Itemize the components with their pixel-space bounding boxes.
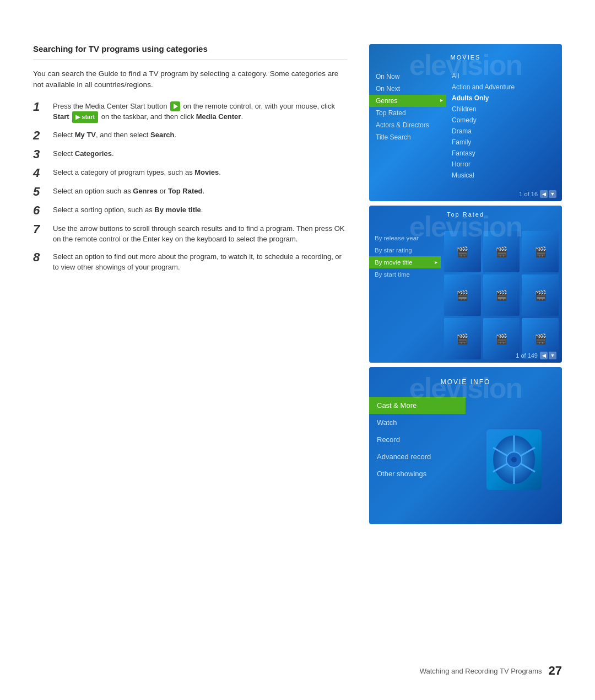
step-text-3: Select Categories. bbox=[53, 148, 114, 159]
panel2-next-arrow[interactable]: ▼ bbox=[549, 352, 556, 359]
panel2-content: By release year By star rating By movie … bbox=[369, 228, 562, 363]
nav-actors-directors[interactable]: Actors & Directors bbox=[369, 119, 446, 131]
step-text-6: Select a sorting option, such as By movi… bbox=[53, 204, 203, 216]
panel1-movies-label: MOVIES bbox=[451, 54, 481, 61]
panel2-top-label: Top Rated bbox=[447, 211, 484, 218]
panel1-pagination: 1 of 16 bbox=[519, 191, 538, 197]
step-num-6: 6 bbox=[33, 204, 48, 217]
panel1-footer: 1 of 16 ◀ ▼ bbox=[519, 190, 556, 198]
start-button-label: ▶ start bbox=[72, 111, 98, 123]
panel2-pagination: 1 of 149 bbox=[516, 352, 538, 359]
panel1-prev-arrow[interactable]: ◀ bbox=[540, 190, 548, 198]
genre-drama[interactable]: Drama bbox=[452, 126, 556, 137]
nav-title-search[interactable]: Title Search bbox=[369, 131, 446, 143]
movie-thumb-1[interactable] bbox=[444, 231, 481, 272]
sort-release-year[interactable]: By release year bbox=[369, 232, 441, 244]
movie-grid bbox=[441, 228, 562, 363]
reel-svg bbox=[489, 432, 539, 487]
movie-poster-area bbox=[466, 395, 562, 524]
start-icon bbox=[170, 101, 180, 111]
menu-other-showings[interactable]: Other showings bbox=[369, 465, 466, 482]
movie-reel-image bbox=[486, 429, 542, 490]
step-num-7: 7 bbox=[33, 223, 48, 235]
page-footer: Watching and Recording TV Programs 27 bbox=[420, 664, 562, 678]
content-area: Searching for TV programs using categori… bbox=[33, 44, 562, 524]
nav-top-rated[interactable]: Top Rated bbox=[369, 107, 446, 119]
step-num-2: 2 bbox=[33, 130, 48, 142]
panel2-footer: 1 of 149 ◀ ▼ bbox=[516, 352, 556, 359]
genre-family[interactable]: Family bbox=[452, 137, 556, 148]
divider bbox=[33, 59, 347, 60]
panel2-prev-arrow[interactable]: ◀ bbox=[540, 352, 548, 359]
step-num-3: 3 bbox=[33, 148, 48, 160]
menu-watch[interactable]: Watch bbox=[369, 414, 466, 431]
page-number: 27 bbox=[549, 664, 562, 678]
footer-text: Watching and Recording TV Programs bbox=[420, 667, 542, 675]
movie-thumb-3[interactable] bbox=[522, 231, 559, 272]
menu-advanced-record[interactable]: Advanced record bbox=[369, 448, 466, 465]
step-text-8: Select an option to find out more about … bbox=[53, 251, 347, 273]
steps-list: 1 Press the Media Center Start button on… bbox=[33, 101, 347, 273]
step-4: 4 Select a category of program types, su… bbox=[33, 167, 347, 179]
intro-text: You can search the Guide to find a TV pr… bbox=[33, 68, 347, 91]
section-title: Searching for TV programs using categori… bbox=[33, 44, 347, 53]
movie-thumb-6[interactable] bbox=[522, 274, 559, 316]
sort-movie-title[interactable]: By movie title bbox=[369, 256, 441, 268]
genre-children[interactable]: Children bbox=[452, 104, 556, 115]
movie-info-header: MOVIE INFO bbox=[369, 378, 562, 386]
genre-fantasy[interactable]: Fantasy bbox=[452, 148, 556, 159]
right-column: elevision MOVIES On Now On Next Genres T… bbox=[369, 44, 562, 524]
svg-point-4 bbox=[511, 457, 517, 462]
panel2-nav-arrows: ◀ ▼ bbox=[540, 352, 556, 359]
movie-thumb-8[interactable] bbox=[483, 318, 520, 359]
panel3-movie-info: elevision MOVIE INFO Cast & More Watch R… bbox=[369, 367, 562, 524]
sort-star-rating[interactable]: By star rating bbox=[369, 244, 441, 256]
step-7: 7 Use the arrow buttons to scroll throug… bbox=[33, 223, 347, 245]
step-text-5: Select an option such as Genres or Top R… bbox=[53, 186, 204, 197]
genre-all[interactable]: All bbox=[452, 71, 556, 82]
panel1-content: On Now On Next Genres Top Rated Actors &… bbox=[369, 66, 562, 201]
genre-musical[interactable]: Musical bbox=[452, 170, 556, 181]
nav-on-now[interactable]: On Now bbox=[369, 71, 446, 83]
genre-adults[interactable]: Adults Only bbox=[452, 93, 556, 104]
panel1-nav-arrows: ◀ ▼ bbox=[540, 190, 556, 198]
step-1: 1 Press the Media Center Start button on… bbox=[33, 101, 347, 123]
genre-comedy[interactable]: Comedy bbox=[452, 115, 556, 126]
step-text-1: Press the Media Center Start button on t… bbox=[53, 101, 347, 123]
panel1-left-nav: On Now On Next Genres Top Rated Actors &… bbox=[369, 66, 446, 201]
page: Searching for TV programs using categori… bbox=[0, 0, 595, 700]
step-text-2: Select My TV, and then select Search. bbox=[53, 130, 176, 141]
panel2-sort-nav: By release year By star rating By movie … bbox=[369, 228, 441, 363]
genre-action[interactable]: Action and Adventure bbox=[452, 82, 556, 93]
panel3-content: Cast & More Watch Record Advanced record… bbox=[369, 395, 562, 524]
step-num-5: 5 bbox=[33, 186, 48, 198]
panel1-right-list: All Action and Adventure Adults Only Chi… bbox=[446, 66, 562, 201]
step-num-8: 8 bbox=[33, 251, 48, 263]
step-8: 8 Select an option to find out more abou… bbox=[33, 251, 347, 273]
step-3: 3 Select Categories. bbox=[33, 148, 347, 160]
menu-cast-more[interactable]: Cast & More bbox=[369, 397, 466, 414]
movie-thumb-4[interactable] bbox=[444, 274, 481, 316]
movie-thumb-5[interactable] bbox=[483, 274, 520, 316]
step-num-1: 1 bbox=[33, 101, 48, 113]
panel2-top-rated: elevision Top Rated By release year By s… bbox=[369, 206, 562, 363]
sort-start-time[interactable]: By start time bbox=[369, 268, 441, 281]
step-6: 6 Select a sorting option, such as By mo… bbox=[33, 204, 347, 217]
panel1-genres: elevision MOVIES On Now On Next Genres T… bbox=[369, 44, 562, 201]
genre-horror[interactable]: Horror bbox=[452, 159, 556, 170]
step-num-4: 4 bbox=[33, 167, 48, 179]
step-text-7: Use the arrow buttons to scroll through … bbox=[53, 223, 347, 245]
panel1-next-arrow[interactable]: ▼ bbox=[549, 190, 556, 198]
nav-on-next[interactable]: On Next bbox=[369, 83, 446, 95]
step-text-4: Select a category of program types, such… bbox=[53, 167, 221, 178]
step-2: 2 Select My TV, and then select Search. bbox=[33, 130, 347, 142]
movie-thumb-7[interactable] bbox=[444, 318, 481, 359]
movie-info-menu: Cast & More Watch Record Advanced record… bbox=[369, 395, 466, 524]
menu-record[interactable]: Record bbox=[369, 431, 466, 448]
nav-genres[interactable]: Genres bbox=[369, 95, 446, 107]
step-5: 5 Select an option such as Genres or Top… bbox=[33, 186, 347, 198]
movie-thumb-2[interactable] bbox=[483, 231, 520, 272]
left-column: Searching for TV programs using categori… bbox=[33, 44, 353, 524]
